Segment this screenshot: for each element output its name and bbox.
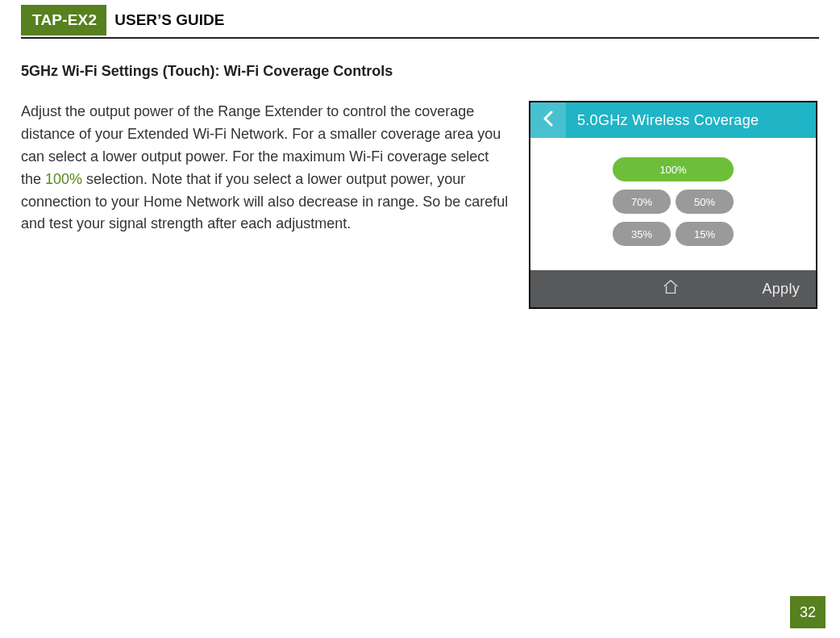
header-rule bbox=[21, 37, 819, 39]
section-heading-rest: Wi-Fi Settings (Touch): Wi-Fi Coverage C… bbox=[58, 63, 393, 79]
device-footer: Apply bbox=[530, 270, 816, 307]
coverage-option-50[interactable]: 50% bbox=[676, 190, 734, 214]
device-header: 5.0GHz Wireless Coverage bbox=[530, 102, 816, 138]
header-title: USER’S GUIDE bbox=[106, 5, 224, 35]
coverage-option-70[interactable]: 70% bbox=[613, 190, 671, 214]
body-text-after: selection. Note that if you select a low… bbox=[21, 171, 508, 232]
back-button[interactable] bbox=[530, 102, 566, 138]
option-row-1: 70% 50% bbox=[613, 190, 734, 214]
header-model-tab: TAP-EX2 bbox=[21, 5, 106, 35]
coverage-option-15[interactable]: 15% bbox=[676, 222, 734, 246]
page: TAP-EX2 USER’S GUIDE 5GHz Wi-Fi Settings… bbox=[0, 5, 840, 638]
option-row-selected: 100% bbox=[613, 157, 734, 181]
device-screenshot: 5.0GHz Wireless Coverage 100% 70% 50% 35… bbox=[529, 101, 817, 309]
body-paragraph: Adjust the output power of the Range Ext… bbox=[21, 101, 513, 236]
page-header: TAP-EX2 USER’S GUIDE bbox=[21, 5, 819, 35]
home-icon bbox=[662, 278, 680, 300]
chevron-left-icon bbox=[543, 111, 554, 131]
section-heading: 5GHz Wi-Fi Settings (Touch): Wi-Fi Cover… bbox=[21, 63, 819, 80]
device-body: 100% 70% 50% 35% 15% bbox=[530, 138, 816, 270]
device-header-title: 5.0GHz Wireless Coverage bbox=[566, 112, 759, 129]
coverage-option-35[interactable]: 35% bbox=[613, 222, 671, 246]
option-row-2: 35% 15% bbox=[613, 222, 734, 246]
section-heading-prefix: 5GHz bbox=[21, 63, 58, 79]
coverage-option-100[interactable]: 100% bbox=[613, 157, 734, 181]
body-text-highlight: 100% bbox=[45, 171, 82, 187]
page-number-badge: 32 bbox=[790, 596, 825, 628]
content-row: Adjust the output power of the Range Ext… bbox=[21, 101, 819, 309]
home-button[interactable] bbox=[582, 278, 759, 300]
